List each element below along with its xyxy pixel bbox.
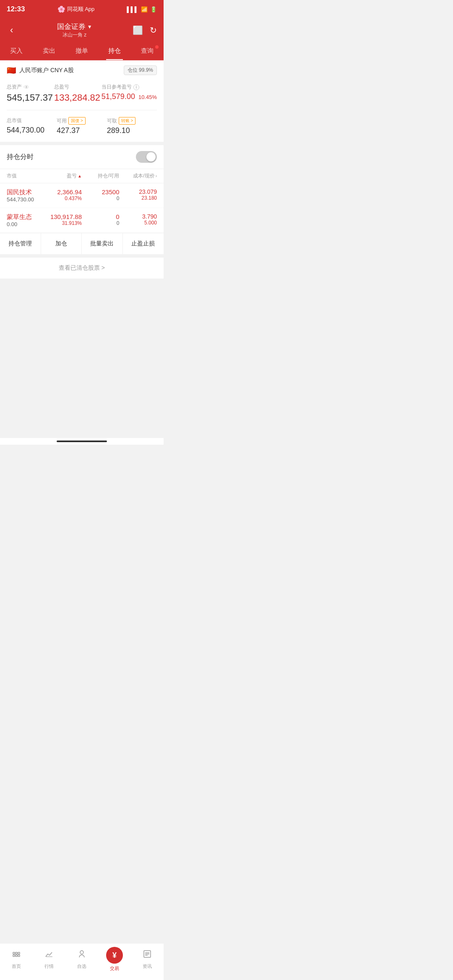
account-section: 🇨🇳 人民币账户 CNY A股 仓位 99.9% 总资产 👁 545,157.3… <box>0 60 164 142</box>
col-pnl[interactable]: 盈亏 ▲ <box>44 172 82 180</box>
query-badge <box>155 45 159 49</box>
tab-buy[interactable]: 买入 <box>0 42 33 60</box>
stock-row-guomin[interactable]: 国民技术 544,730.00 2,366.94 0.437% 23500 0 … <box>0 183 164 208</box>
daily-pnl-stat: 当日参考盈亏 i 51,579.00 10.45% <box>102 82 157 105</box>
available-label: 可用 <box>57 117 67 125</box>
stock-1-price: 23.180 <box>120 195 157 201</box>
stock-1-available: 0 <box>82 195 120 201</box>
header-title-main: 国金证券 ▼ <box>57 22 92 31</box>
col-position: 持仓/可用 <box>82 172 120 180</box>
wifi-icon: 📶 <box>141 6 148 13</box>
account-name: 冰山一角 z <box>62 31 86 39</box>
empty-area <box>0 279 164 404</box>
col-market: 市值 <box>7 172 44 180</box>
stock-row-mengcao[interactable]: 蒙草生态 0.00 130,917.88 31.913% 0 0 3.790 5… <box>0 208 164 233</box>
eye-icon[interactable]: 👁 <box>23 84 29 91</box>
bond-tag[interactable]: 国债 > <box>68 117 86 125</box>
stock-1-names: 国民技术 544,730.00 <box>7 188 44 203</box>
dropdown-icon[interactable]: ▼ <box>87 24 92 30</box>
header-actions: ⬜ ↻ <box>133 25 157 35</box>
stock-2-names: 蒙草生态 0.00 <box>7 213 44 227</box>
stock-2-cost: 3.790 <box>120 213 157 220</box>
tab-sell[interactable]: 卖出 <box>33 42 65 60</box>
holdings-title: 持仓分时 <box>7 153 34 162</box>
total-pnl-stat: 总盈亏 133,284.82 <box>54 82 102 105</box>
flag-icon: 🇨🇳 <box>7 66 16 75</box>
battery-icon: 🔋 <box>150 6 157 13</box>
account-label: 人民币账户 CNY A股 <box>19 67 74 74</box>
app-header: ‹ 国金证券 ▼ 冰山一角 z ⬜ ↻ <box>0 18 164 42</box>
total-pnl-label: 总盈亏 <box>54 83 69 91</box>
home-indicator <box>57 440 107 442</box>
account-header: 🇨🇳 人民币账户 CNY A股 仓位 99.9% <box>7 65 157 75</box>
total-market-value: 544,730.00 <box>7 126 57 135</box>
withdraw-label: 可取 <box>107 117 117 125</box>
refresh-icon[interactable]: ↻ <box>150 25 157 35</box>
stock-1-position-col: 23500 0 <box>82 188 120 203</box>
total-asset-stat: 总资产 👁 545,157.37 <box>7 82 54 105</box>
status-bar: 12:33 🌸 同花顺 App ▌▌▌ 📶 🔋 <box>0 0 164 18</box>
back-button[interactable]: ‹ <box>7 23 16 37</box>
signal-icon: ▌▌▌ <box>127 6 138 13</box>
stock-1-cost: 23.079 <box>120 188 157 195</box>
holdings-header: 持仓分时 <box>0 145 164 169</box>
see-cleared-button[interactable]: 查看已清仓股票 > <box>0 258 164 279</box>
daily-pnl-value: 51,579.00 <box>102 92 135 101</box>
sort-arrow-icon: ▲ <box>78 174 82 178</box>
info-icon: i <box>133 84 139 90</box>
stock-2-cost-col: 3.790 5.000 <box>120 213 157 227</box>
total-pnl-value: 133,284.82 <box>54 92 102 103</box>
total-market-label: 总市值 <box>7 117 22 124</box>
total-asset-label: 总资产 <box>7 83 22 91</box>
stock-1-market: 544,730.00 <box>7 196 44 203</box>
transfer-tag[interactable]: 转账 > <box>119 117 136 125</box>
add-position-button[interactable]: 加仓 <box>41 233 82 254</box>
stats-row-1: 总资产 👁 545,157.37 总盈亏 133,284.82 当日参考盈亏 i… <box>7 82 157 105</box>
stock-1-cost-col: 23.079 23.180 <box>120 188 157 203</box>
col-cost: 成本/现价 › <box>120 172 157 180</box>
withdraw-stat: 可取 转账 > 289.10 <box>107 115 157 137</box>
stock-1-pnl: 2,366.94 <box>44 188 82 195</box>
stock-2-name: 蒙草生态 <box>7 213 44 221</box>
manage-position-button[interactable]: 持仓管理 <box>0 233 41 254</box>
position-badge: 仓位 99.9% <box>124 65 157 75</box>
main-tabs: 买入 卖出 撤单 持仓 查询 <box>0 42 164 60</box>
total-asset-value: 545,157.37 <box>7 92 54 103</box>
share-icon[interactable]: ⬜ <box>133 25 143 35</box>
daily-pnl-label: 当日参考盈亏 <box>102 83 132 91</box>
stock-2-price: 5.000 <box>120 220 157 226</box>
stock-1-pnl-col: 2,366.94 0.437% <box>44 188 82 203</box>
status-time: 12:33 <box>7 5 25 13</box>
holdings-toggle[interactable] <box>136 151 157 163</box>
app-name: 同花顺 App <box>67 5 95 13</box>
available-stat: 可用 国债 > 427.37 <box>57 115 107 137</box>
tab-holdings[interactable]: 持仓 <box>98 42 131 60</box>
holdings-section: 持仓分时 市值 盈亏 ▲ 持仓/可用 成本/现价 › 国民技术 544,730.… <box>0 145 164 254</box>
tab-query[interactable]: 查询 <box>131 42 164 60</box>
status-icons: ▌▌▌ 📶 🔋 <box>127 6 157 13</box>
batch-sell-button[interactable]: 批量卖出 <box>82 233 123 254</box>
stock-2-pnl-pct: 31.913% <box>44 220 82 226</box>
withdraw-value: 289.10 <box>107 126 157 135</box>
total-market-stat: 总市值 544,730.00 <box>7 115 57 137</box>
stop-profit-loss-button[interactable]: 止盈止损 <box>123 233 164 254</box>
bottom-indicator <box>0 438 164 445</box>
stats-row-2: 总市值 544,730.00 可用 国债 > 427.37 可取 转账 > 28… <box>7 110 157 137</box>
stock-1-position: 23500 <box>82 188 120 195</box>
stock-2-pnl: 130,917.88 <box>44 213 82 220</box>
stock-1-name: 国民技术 <box>7 188 44 196</box>
account-info: 🇨🇳 人民币账户 CNY A股 <box>7 66 74 75</box>
action-buttons: 持仓管理 加仓 批量卖出 止盈止损 <box>0 233 164 254</box>
stock-1-pnl-pct: 0.437% <box>44 195 82 201</box>
column-headers: 市值 盈亏 ▲ 持仓/可用 成本/现价 › <box>0 169 164 183</box>
stock-2-position: 0 <box>82 213 120 220</box>
status-app: 🌸 同花顺 App <box>57 5 95 13</box>
stock-2-position-col: 0 0 <box>82 213 120 227</box>
broker-name: 国金证券 <box>57 22 86 31</box>
available-value: 427.37 <box>57 126 107 135</box>
stock-2-available: 0 <box>82 220 120 226</box>
stock-2-pnl-col: 130,917.88 31.913% <box>44 213 82 227</box>
header-title: 国金证券 ▼ 冰山一角 z <box>57 22 92 39</box>
tab-cancel[interactable]: 撤单 <box>65 42 98 60</box>
daily-pnl-pct: 10.45% <box>138 94 157 100</box>
